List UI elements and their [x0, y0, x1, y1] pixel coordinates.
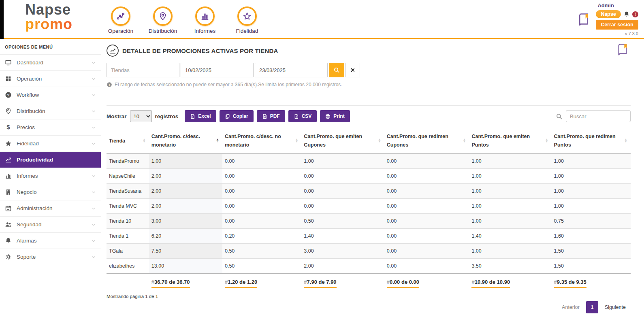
star-filled-icon: [5, 140, 12, 147]
sidebar-item-distribucion[interactable]: Distribución: [0, 103, 101, 119]
pagination-next[interactable]: Siguiente: [600, 302, 631, 313]
column-header-3[interactable]: Cant.Promo. que emiten Cupones▲▼: [301, 129, 384, 153]
sidebar-item-label: Alarmas: [17, 238, 91, 244]
top-nav-fidelidad[interactable]: Fidelidad: [232, 6, 262, 34]
manual-book-icon[interactable]: [616, 42, 629, 57]
logout-button[interactable]: Cerrar sesión: [596, 20, 638, 30]
copiar-export-button[interactable]: Copiar: [220, 110, 254, 122]
sidebar-item-label: Negocio: [17, 189, 91, 195]
table-row[interactable]: TGala7.500.503.000.001.001.50: [107, 243, 631, 258]
table-row[interactable]: Tienda MVC2.000.000.000.001.001.00: [107, 198, 631, 213]
cell-value: 0.00: [222, 168, 301, 183]
column-header-2[interactable]: Cant.Promo. c/desc. no monetario▲▼: [222, 129, 301, 153]
app-logo: Napse promo: [25, 2, 73, 32]
top-nav-distribucion[interactable]: Distribución: [148, 6, 177, 34]
cell-value: 1.00: [469, 243, 551, 258]
total-value: 10.90 de 10.90: [475, 279, 510, 285]
cell-tienda: elizabethes: [107, 258, 149, 273]
calendar-check-icon: [5, 205, 12, 212]
table-row[interactable]: TiendaPromo1.000.001.000.001.001.00: [107, 153, 631, 168]
cell-value: 0.75: [552, 213, 631, 228]
cell-value: 0.00: [384, 243, 469, 258]
sidebar-item-label: Fidelidad: [17, 140, 91, 147]
cell-value: 0.00: [384, 153, 469, 168]
cell-value: 1.40: [301, 228, 384, 243]
top-nav-informes[interactable]: Informes: [190, 6, 220, 34]
column-header-6[interactable]: Cant.Promo. que redimen Puntos▲▼: [552, 129, 631, 153]
total-value: 7.90 de 7.90: [307, 279, 337, 285]
sidebar-item-precios[interactable]: $Precios: [0, 119, 101, 136]
export-button-label: Print: [333, 113, 344, 119]
table-row[interactable]: Tienda 16.200.201.400.001.401.60: [107, 228, 631, 243]
pdf-export-button[interactable]: PDF: [257, 110, 285, 122]
sidebar-item-negocio[interactable]: Negocio: [0, 184, 101, 200]
table-row[interactable]: NapseChile2.000.000.000.001.001.00: [107, 168, 631, 183]
column-total: #1.20 de 1.20: [222, 273, 301, 290]
sidebar-item-soporte[interactable]: Soporte: [0, 249, 101, 265]
notifications-bell-icon[interactable]: [623, 11, 630, 17]
column-header-4[interactable]: Cant.Promo. que redimen Cupones▲▼: [384, 129, 469, 153]
sidebar-item-administracion[interactable]: Administración: [0, 200, 101, 217]
cell-value: 0.00: [301, 183, 384, 198]
sidebar-item-label: Informes: [17, 173, 91, 179]
pagination-prev[interactable]: Anterior: [557, 302, 584, 313]
table-row[interactable]: elizabethes13.000.502.000.003.501.50: [107, 258, 631, 273]
sidebar-item-dashboard[interactable]: Dashboard: [0, 55, 101, 71]
copy-icon: [225, 114, 230, 119]
sort-arrows-icon: ▲▼: [378, 139, 381, 143]
tiendas-input[interactable]: [107, 63, 179, 77]
column-total: #10.90 de 10.90: [469, 273, 551, 290]
pagination-page-1[interactable]: 1: [586, 301, 598, 313]
date-from-input[interactable]: [181, 63, 254, 77]
cell-value: 6.20: [149, 228, 222, 243]
csv-export-button[interactable]: CSV: [288, 110, 317, 122]
chevron-down-icon: [91, 255, 96, 260]
sidebar-item-seguridad[interactable]: Seguridad: [0, 217, 101, 233]
excel-export-button[interactable]: Excel: [185, 110, 216, 122]
main-content: DETALLE DE PROMOCIONES ACTIVAS POR TIEND…: [101, 39, 644, 316]
file-pdf-icon: [262, 114, 267, 119]
manual-book-icon[interactable]: [576, 12, 591, 27]
sort-arrows-icon: ▲▼: [143, 139, 146, 143]
sidebar-item-label: Soporte: [17, 254, 91, 260]
sidebar-item-workflow[interactable]: ?Workflow: [0, 87, 101, 103]
top-nav-label: Informes: [194, 28, 216, 34]
chevron-down-icon: [91, 141, 96, 146]
export-button-label: Excel: [198, 113, 211, 119]
search-filter-button[interactable]: [329, 63, 344, 77]
table-search-input[interactable]: [566, 110, 631, 122]
column-header-5[interactable]: Cant.Promo. que emiten Puntos▲▼: [469, 129, 551, 153]
chevron-down-icon: [91, 77, 96, 81]
svg-text:i: i: [109, 83, 110, 87]
sidebar-item-label: Distribución: [17, 108, 91, 114]
sidebar-item-operacion[interactable]: Operación: [0, 71, 101, 87]
user-badges: Napse !: [596, 10, 638, 18]
export-buttons: ExcelCopiarPDFCSVPrint: [185, 110, 350, 122]
map-pin-icon: [5, 108, 12, 115]
alert-count-badge[interactable]: !: [632, 11, 638, 17]
table-row[interactable]: Tienda 103.000.000.500.001.000.75: [107, 213, 631, 228]
page-status: Mostrando página 1 de 1: [107, 294, 631, 299]
line-chart-icon: [5, 156, 12, 163]
cell-value: 0.00: [384, 258, 469, 273]
clear-filter-button[interactable]: [345, 63, 360, 77]
table-row[interactable]: TiendaSusana2.000.000.000.001.001.00: [107, 183, 631, 198]
date-to-input[interactable]: [255, 63, 328, 77]
print-export-button[interactable]: Print: [320, 110, 350, 122]
column-header-1[interactable]: Cant.Promo. c/desc. monetario▲▼: [149, 129, 222, 153]
column-header-0[interactable]: Tienda▲▼: [107, 129, 149, 153]
cell-value: 1.00: [552, 198, 631, 213]
cell-value: 0.00: [384, 198, 469, 213]
total-hash: #: [304, 279, 307, 285]
sidebar-item-label: Precios: [17, 124, 91, 130]
page-size-select[interactable]: 10: [130, 110, 152, 122]
records-label: registros: [155, 113, 179, 119]
sidebar-item-fidelidad[interactable]: Fidelidad: [0, 136, 101, 152]
top-nav-operacion[interactable]: Operación: [106, 6, 135, 34]
sidebar-item-informes[interactable]: Informes: [0, 168, 101, 184]
promotions-table: Tienda▲▼Cant.Promo. c/desc. monetario▲▼C…: [107, 129, 631, 290]
cell-value: 1.50: [552, 258, 631, 273]
sidebar-item-productividad[interactable]: Productividad: [0, 152, 101, 168]
sidebar-item-alarmas[interactable]: Alarmas: [0, 233, 101, 249]
top-nav-label: Operación: [108, 28, 133, 34]
